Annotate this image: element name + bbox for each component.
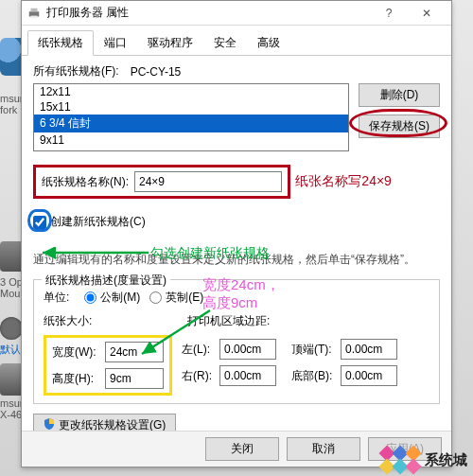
bottom-margin-label: 底部(B): [291,368,337,384]
window-title: 打印服务器 属性 [46,5,370,21]
tab-advanced[interactable]: 高级 [247,30,290,56]
list-item[interactable]: 9x11 [34,132,348,148]
svg-rect-2 [31,15,38,18]
metric-radio[interactable]: 公制(M) [75,290,140,306]
annotation-name-redbox: 纸张规格名称(N): [33,165,290,199]
groupbox-legend: 纸张规格描述(度量设置) [42,273,170,289]
tab-drivers[interactable]: 驱动程序 [137,30,203,56]
height-label: 高度(H): [52,371,101,387]
format-name-label: 纸张规格名称(N): [42,174,129,190]
cancel-button[interactable]: 取消 [287,437,360,461]
bottom-margin-input[interactable] [341,365,397,386]
left-margin-label: 左(L): [182,342,216,358]
unit-row: 单位: 公制(M) 英制(E) [44,290,429,306]
tab-security[interactable]: 安全 [203,30,247,56]
tabstrip: 纸张规格 端口 驱动程序 安全 高级 [22,26,451,56]
close-window-button[interactable]: ✕ [408,1,446,26]
right-margin-input[interactable] [219,365,276,386]
right-margin-label: 右(R): [182,368,216,384]
help-button[interactable]: ? [370,1,408,26]
watermark-logo [381,448,419,472]
margin-area-label: 打印机区域边距: [187,313,270,329]
watermark: 系统城 [381,448,467,472]
save-format-button[interactable]: 保存规格(S) [359,115,440,138]
tab-content: 所有纸张规格(F): PC-CY-15 12x11 15x11 6 3/4 信封… [22,56,451,431]
create-desc: 通过编辑现有的名称和度量设置来定义新的纸张规格，然后单击“保存规格”。 [33,251,440,268]
titlebar: 打印服务器 属性 ? ✕ [22,1,451,26]
left-margin-input[interactable] [219,339,276,360]
svg-rect-1 [31,8,38,11]
format-name-input[interactable] [134,171,282,192]
width-input[interactable] [105,342,164,362]
printer-icon [27,7,41,20]
height-input[interactable] [105,368,164,389]
unit-label: 单位: [44,290,69,306]
shield-icon [44,418,55,430]
list-item[interactable]: 12x11 [34,84,348,99]
paper-size-label: 纸张大小: [44,313,187,329]
delete-button[interactable]: 删除(D) [359,83,440,107]
list-item[interactable]: 6 3/4 信封 [34,115,348,132]
annotation-name-text: 纸张名称写24×9 [295,173,392,188]
tab-ports[interactable]: 端口 [94,30,137,56]
imperial-radio[interactable]: 英制(E) [140,290,203,306]
create-new-format-label: 创建新纸张规格(C) [50,214,146,230]
top-margin-label: 顶端(T): [291,342,337,358]
print-server-properties-dialog: 打印服务器 属性 ? ✕ 纸张规格 端口 驱动程序 安全 高级 所有纸张规格(F… [21,0,452,467]
close-button[interactable]: 关闭 [205,437,279,461]
tab-paper-format[interactable]: 纸张规格 [27,30,94,56]
annotation-size-yellowbox: 宽度(W): 高度(H): [44,335,172,396]
formats-listbox[interactable]: 12x11 15x11 6 3/4 信封 9x11 [33,83,349,151]
list-item[interactable]: 15x11 [34,99,348,115]
create-new-format-checkbox[interactable] [33,216,46,229]
format-description-group: 纸张规格描述(度量设置) 宽度24cm，高度9cm 单位: 公制(M) 英制(E… [33,279,440,404]
all-formats-label: 所有纸张规格(F): [33,63,119,79]
width-label: 宽度(W): [52,344,101,361]
top-margin-input[interactable] [341,339,397,360]
change-format-settings-button[interactable]: 更改纸张规格设置(G) [33,414,176,431]
server-name: PC-CY-15 [131,65,182,79]
watermark-text: 系统城 [425,451,467,469]
